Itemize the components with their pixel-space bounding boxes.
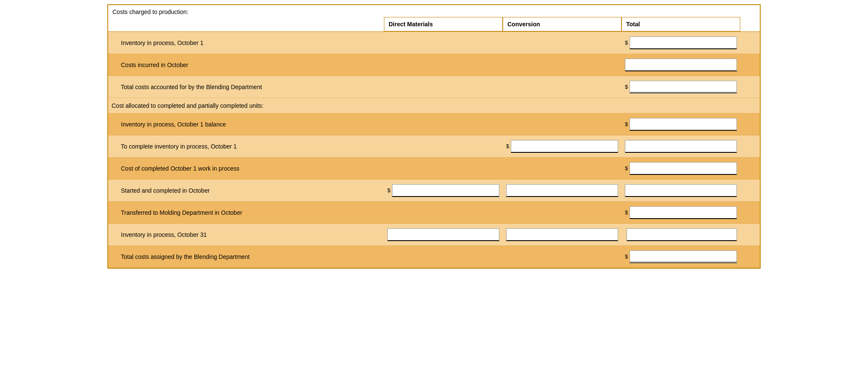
- row-total-costs-accounted: Total costs accounted for by the Blendin…: [108, 76, 760, 98]
- total-cell-transferred: $: [622, 204, 740, 222]
- dm-cell-total-costs: [384, 84, 503, 90]
- dm-cell-transferred: [384, 210, 503, 215]
- total-cell-started: [622, 182, 740, 199]
- total-input-complete[interactable]: [625, 140, 737, 153]
- conv-cell-balance: [503, 122, 622, 127]
- total-dollar-wrapper-oct31: [625, 228, 737, 241]
- total-input-oct31[interactable]: [627, 228, 737, 241]
- label-spacer: [108, 17, 384, 31]
- conv-cell-oct31: [503, 226, 622, 244]
- header-section: Costs charged to production:: [108, 5, 760, 17]
- conv-cell-costs-incurred: [503, 62, 622, 67]
- dm-input-oct31[interactable]: [387, 228, 499, 241]
- total-dollar-wrapper: $: [625, 36, 737, 49]
- total-cell-cost-completed: $: [622, 160, 740, 177]
- dollar-sign-4: $: [625, 165, 628, 171]
- total-cell-section: [622, 103, 740, 108]
- total-cell-total-costs: $: [622, 78, 740, 96]
- label-section-header: Cost allocated to completed and partiall…: [108, 99, 384, 112]
- label-total-assigned: Total costs assigned by the Blending Dep…: [108, 250, 384, 264]
- label-started-completed: Started and completed in October: [108, 184, 384, 197]
- total-cell-oct31: [622, 226, 740, 244]
- dm-cell-cost-completed: [384, 166, 503, 171]
- main-table: Costs charged to production: Direct Mate…: [107, 4, 761, 269]
- label-inventory-oct1-balance: Inventory in process, October 1 balance: [108, 118, 384, 131]
- column-headers: Direct Materials Conversion Total: [108, 17, 760, 32]
- dm-cell-inventory-oct1: [384, 40, 503, 45]
- dollar-sign-6: $: [625, 253, 628, 260]
- dm-dollar-wrapper: $: [387, 184, 499, 197]
- total-cell-complete: [622, 138, 740, 155]
- dm-input-started[interactable]: [392, 184, 499, 197]
- row-section-header: Cost allocated to completed and partiall…: [108, 98, 760, 113]
- total-input-costs-incurred[interactable]: [625, 59, 737, 71]
- conv-cell-section: [503, 103, 622, 108]
- dollar-sign-3: $: [625, 121, 628, 127]
- conv-cell-inventory-oct1: [503, 40, 622, 45]
- costs-charged-label: Costs charged to production:: [112, 8, 188, 15]
- dollar-sign-5: $: [625, 209, 628, 216]
- header-direct-materials: Direct Materials: [384, 17, 503, 31]
- total-input-cost-completed[interactable]: [630, 162, 737, 175]
- conv-cell-total-costs: [503, 84, 622, 90]
- conv-input-started[interactable]: [506, 184, 618, 197]
- row-inventory-oct31: Inventory in process, October 31: [108, 224, 760, 246]
- header-conversion: Conversion: [503, 17, 622, 31]
- row-inventory-oct1-balance: Inventory in process, October 1 balance …: [108, 113, 760, 135]
- label-inventory-oct31: Inventory in process, October 31: [108, 228, 384, 241]
- row-total-assigned: Total costs assigned by the Blending Dep…: [108, 246, 760, 268]
- dm-cell-total-assigned: [384, 254, 503, 259]
- total-dollar-wrapper-3: $: [625, 118, 737, 131]
- dollar-sign-2: $: [625, 84, 628, 90]
- conv-input-complete[interactable]: [511, 140, 618, 153]
- total-dollar-wrapper-6: $: [625, 250, 737, 263]
- dm-cell-section: [384, 103, 503, 108]
- total-dollar-wrapper-4: $: [625, 162, 737, 175]
- conv-cell-started: [503, 182, 622, 199]
- conv-cell-transferred: [503, 210, 622, 215]
- total-input-balance[interactable]: [630, 118, 737, 131]
- conv-dollar-wrapper: $: [506, 140, 618, 153]
- dm-cell-oct31: [384, 226, 503, 244]
- dollar-sign-1: $: [625, 39, 628, 46]
- dm-cell-complete: [384, 144, 503, 149]
- total-input-total-assigned[interactable]: [630, 250, 737, 263]
- label-transferred: Transferred to Molding Department in Oct…: [108, 206, 384, 219]
- total-input-inventory-oct1[interactable]: [630, 36, 737, 49]
- row-costs-incurred: Costs incurred in October: [108, 54, 760, 76]
- total-dollar-wrapper-5: $: [625, 206, 737, 219]
- label-complete-inventory: To complete inventory in process, Octobe…: [108, 140, 384, 153]
- total-cell-costs-incurred: [622, 56, 740, 74]
- total-cell-total-assigned: $: [622, 248, 740, 266]
- label-inventory-oct1: Inventory in process, October 1: [108, 36, 384, 50]
- conv-cell-cost-completed: [503, 166, 622, 171]
- row-cost-completed: Cost of completed October 1 work in proc…: [108, 157, 760, 180]
- conv-cell-total-assigned: [503, 254, 622, 259]
- row-complete-inventory: To complete inventory in process, Octobe…: [108, 135, 760, 157]
- total-input-transferred[interactable]: [630, 206, 737, 219]
- row-started-completed: Started and completed in October $: [108, 180, 760, 202]
- total-input-started[interactable]: [625, 184, 737, 197]
- total-cell-inventory-oct1: $: [622, 34, 740, 52]
- conv-input-oct31[interactable]: [506, 228, 618, 241]
- dm-cell-started: $: [384, 182, 503, 199]
- header-total: Total: [622, 17, 740, 31]
- label-cost-completed: Cost of completed October 1 work in proc…: [108, 162, 384, 175]
- total-input-total-costs[interactable]: [630, 81, 737, 93]
- dollar-sign-dm: $: [387, 187, 390, 194]
- total-dollar-wrapper-2: $: [625, 81, 737, 93]
- total-cell-balance: $: [622, 115, 740, 133]
- dm-cell-costs-incurred: [384, 62, 503, 67]
- dm-cell-balance: [384, 122, 503, 127]
- label-costs-incurred: Costs incurred in October: [108, 58, 384, 72]
- label-total-costs-accounted: Total costs accounted for by the Blendin…: [108, 80, 384, 94]
- row-inventory-oct1: Inventory in process, October 1 $: [108, 32, 760, 54]
- row-transferred: Transferred to Molding Department in Oct…: [108, 202, 760, 224]
- dollar-sign-conv: $: [506, 143, 509, 149]
- conv-cell-complete: $: [503, 138, 622, 155]
